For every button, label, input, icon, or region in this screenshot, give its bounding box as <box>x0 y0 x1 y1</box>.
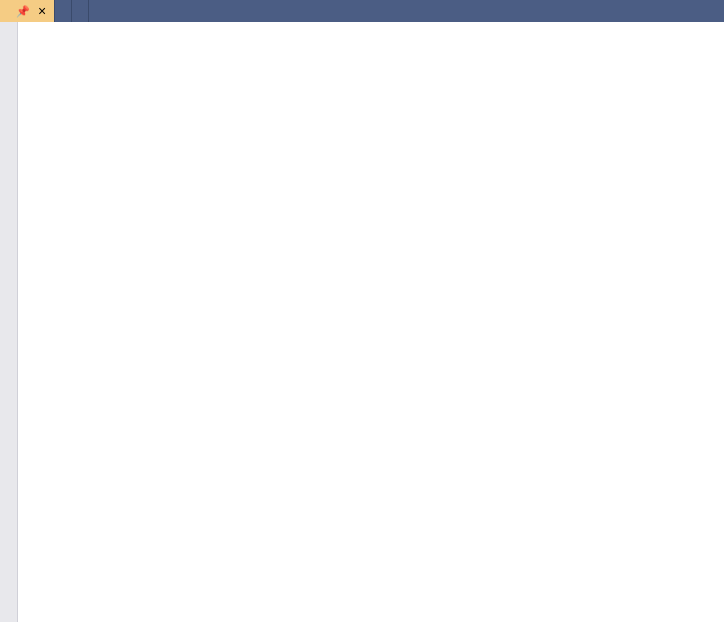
tab-index-razor[interactable] <box>72 0 89 22</box>
close-icon[interactable]: × <box>38 4 46 18</box>
tab-counter-razor[interactable] <box>55 0 72 22</box>
code-editor[interactable] <box>0 22 724 622</box>
fold-gutter[interactable] <box>52 22 66 622</box>
code-content[interactable] <box>71 22 724 622</box>
tab-index-html[interactable]: 📌 × <box>0 0 55 22</box>
breakpoint-gutter[interactable] <box>0 22 18 622</box>
tab-bar: 📌 × <box>0 0 724 22</box>
pin-icon[interactable]: 📌 <box>16 5 30 18</box>
line-number-gutter <box>18 22 52 622</box>
